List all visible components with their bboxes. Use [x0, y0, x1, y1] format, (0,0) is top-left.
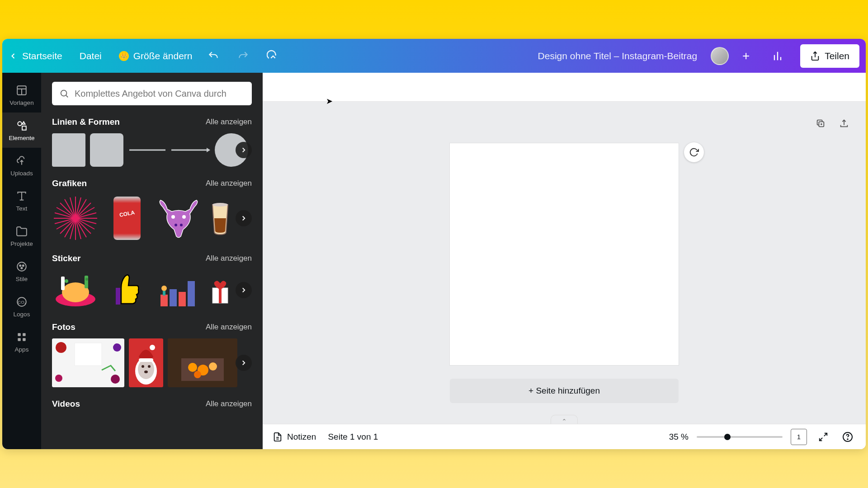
analytics-button[interactable] [769, 47, 787, 65]
page-grid-button[interactable]: 1 [791, 429, 807, 445]
shape-rounded-square[interactable] [90, 133, 123, 167]
rail-apps[interactable]: Apps [2, 324, 41, 359]
canvas-scroll[interactable]: + Seite hinzufügen [263, 102, 866, 421]
sticker-gift-heart[interactable] [207, 270, 234, 310]
design-title[interactable]: Design ohne Titel – Instagram-Beitrag [538, 51, 698, 61]
see-all-videos[interactable]: Alle anzeigen [206, 399, 252, 408]
chevron-right-icon [240, 286, 248, 294]
redo-button[interactable] [234, 47, 252, 65]
svg-marker-26 [207, 148, 210, 152]
svg-rect-75 [75, 343, 102, 366]
svg-point-82 [150, 345, 155, 350]
tool-rail: Vorlagen Elemente Uploads Text Projekte … [2, 73, 41, 449]
scroll-next-photos[interactable] [236, 355, 252, 371]
rail-uploads-label: Uploads [10, 170, 33, 177]
svg-point-74 [113, 343, 121, 352]
page-export-button[interactable] [835, 114, 853, 132]
svg-point-89 [194, 371, 201, 378]
sticker-bar-chart-growth[interactable] [155, 270, 202, 310]
undo-button[interactable] [204, 47, 222, 65]
rail-elements[interactable]: Elemente [2, 113, 41, 148]
rail-logos[interactable]: CO. Logos [2, 289, 41, 324]
text-icon [15, 190, 28, 202]
bottom-bar: Notizen Seite 1 von 1 35 % 1 [263, 424, 866, 449]
file-menu[interactable]: Datei [80, 51, 102, 61]
see-all-lines-shapes[interactable]: Alle anzeigen [206, 117, 252, 127]
redo-icon [237, 50, 249, 62]
add-page-button[interactable]: + Seite hinzufügen [450, 379, 679, 403]
svg-rect-62 [160, 295, 168, 306]
rail-templates[interactable]: Vorlagen [2, 77, 41, 113]
svg-point-88 [209, 362, 217, 371]
elements-search-input[interactable] [75, 89, 245, 99]
elements-search-box[interactable] [52, 82, 252, 105]
plus-icon: + [742, 49, 750, 63]
svg-point-14 [23, 265, 24, 266]
scroll-next-shapes[interactable] [236, 142, 252, 158]
refresh-icon [689, 147, 699, 157]
svg-point-55 [212, 203, 228, 206]
rail-uploads[interactable]: Uploads [2, 148, 41, 183]
graphic-cola-can[interactable] [104, 195, 151, 242]
cloud-sync-button[interactable] [264, 47, 282, 65]
photo-ornaments-flatlay[interactable] [52, 338, 124, 387]
scroll-next-stickers[interactable] [236, 282, 252, 298]
svg-point-73 [55, 375, 62, 382]
svg-point-15 [21, 267, 22, 268]
sticker-thumbs-up[interactable] [104, 270, 151, 310]
expand-timeline-tab[interactable] [551, 415, 578, 424]
duplicate-page-button[interactable] [811, 114, 830, 132]
chevron-up-icon [561, 418, 567, 422]
notes-button[interactable]: Notizen [273, 432, 316, 442]
rail-text-label: Text [16, 205, 28, 212]
sticker-turkey-platter[interactable] [52, 270, 99, 310]
svg-point-53 [175, 224, 177, 226]
regenerate-button[interactable] [684, 142, 704, 162]
rail-projects[interactable]: Projekte [2, 218, 41, 253]
fullscreen-button[interactable] [815, 429, 831, 445]
rail-styles[interactable]: Stile [2, 253, 41, 289]
svg-point-7 [18, 122, 22, 126]
scroll-next-graphics[interactable] [236, 210, 252, 226]
graphic-glass[interactable] [207, 195, 234, 242]
resize-button[interactable]: 👑 Größe ändern [119, 51, 193, 61]
see-all-stickers[interactable]: Alle anzeigen [206, 254, 252, 263]
canvas-contextual-toolbar: ➤ [263, 73, 866, 102]
logos-icon: CO. [15, 296, 28, 308]
fullscreen-icon [818, 432, 828, 442]
shape-square[interactable] [52, 133, 85, 167]
templates-icon [15, 84, 28, 97]
svg-rect-58 [61, 277, 65, 290]
page-count-label: 1 [797, 433, 801, 441]
crown-icon: 👑 [119, 51, 129, 61]
graphic-bull-skull[interactable] [155, 195, 202, 242]
page-controls [811, 114, 853, 132]
search-icon [59, 89, 69, 99]
photo-dog-santa-hat[interactable] [129, 338, 163, 387]
help-button[interactable] [840, 429, 856, 445]
share-button[interactable]: Teilen [800, 44, 859, 68]
user-avatar[interactable] [711, 47, 729, 65]
section-title-graphics: Grafiken [52, 178, 87, 188]
zoom-slider[interactable] [697, 436, 783, 438]
back-home-button[interactable]: Startseite [9, 51, 62, 61]
svg-rect-83 [139, 358, 153, 362]
elements-icon [15, 119, 28, 132]
see-all-photos[interactable]: Alle anzeigen [206, 323, 252, 332]
graphic-starburst[interactable] [52, 195, 99, 242]
rail-text[interactable]: Text [2, 183, 41, 218]
section-stickers: Sticker Alle anzeigen [52, 253, 252, 310]
svg-point-54 [180, 224, 183, 226]
shape-line[interactable] [128, 133, 167, 167]
shape-arrow-line[interactable] [171, 133, 210, 167]
zoom-label[interactable]: 35 % [669, 432, 689, 442]
chevron-right-icon [240, 214, 248, 222]
see-all-graphics[interactable]: Alle anzeigen [206, 179, 252, 188]
uploads-icon [15, 155, 28, 167]
add-collaborator-button[interactable]: + [737, 47, 755, 65]
canvas-page-1[interactable] [450, 143, 679, 365]
zoom-slider-handle[interactable] [724, 434, 731, 440]
rail-styles-label: Stile [16, 276, 28, 282]
page-indicator: Seite 1 von 1 [328, 432, 378, 442]
photo-harvest-box[interactable] [168, 338, 237, 387]
